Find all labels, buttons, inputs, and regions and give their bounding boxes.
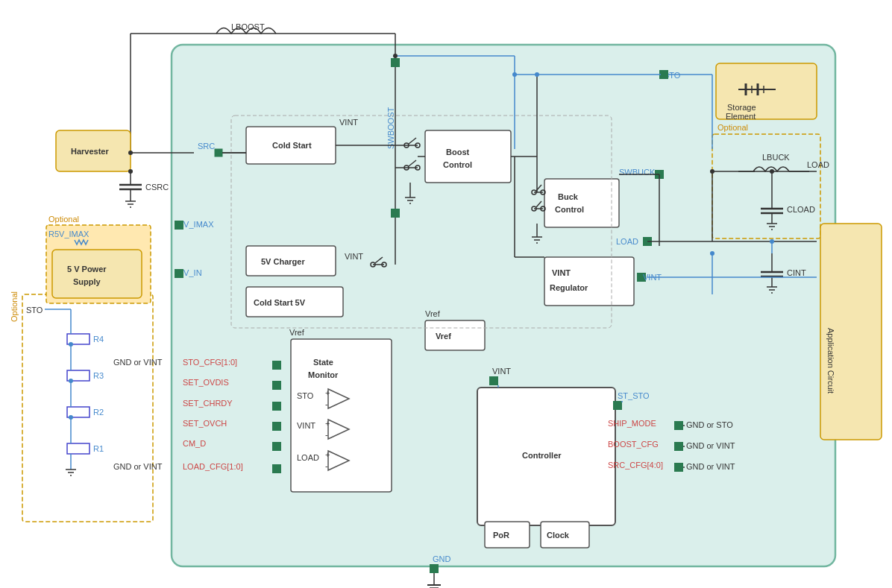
svg-rect-46 [425, 130, 511, 183]
optional-label-left: Optional [10, 291, 19, 322]
5v-imax-label: 5V_IMAX [179, 220, 214, 229]
svg-point-153 [535, 72, 539, 77]
svg-rect-125 [430, 564, 439, 573]
svg-text:+: + [325, 388, 330, 397]
set-ovch-label: SET_OVCH [183, 419, 227, 428]
svg-point-162 [710, 251, 714, 256]
svg-rect-134 [272, 361, 281, 370]
svg-rect-138 [272, 442, 281, 451]
clock-label: Clock [547, 531, 570, 540]
cold-start-label: Cold Start [272, 141, 312, 150]
gnd-or-vint-left-1: GND or VINT [113, 358, 163, 367]
buck-control-label: Buck [558, 192, 579, 201]
vint-label-charger: VINT [345, 252, 363, 261]
svg-point-149 [512, 72, 517, 77]
harvester-label: Harvester [71, 147, 109, 156]
gnd-bottom-label: GND [433, 554, 451, 563]
svg-text:+: + [325, 419, 330, 428]
vref-label-sm: Vref [289, 328, 305, 337]
svg-rect-135 [272, 381, 281, 390]
state-monitor-label: State [313, 358, 333, 367]
svg-text:Control: Control [555, 205, 584, 214]
svg-rect-106 [291, 339, 392, 492]
svg-text:Element: Element [726, 112, 756, 121]
application-circuit-label: Application Circuit [826, 328, 835, 393]
svg-rect-132 [674, 442, 683, 451]
svg-text:-: - [325, 399, 328, 408]
sm-load-label: LOAD [297, 453, 319, 462]
r4-label: R4 [93, 335, 104, 344]
diagram-container: LBOOST SWBOOST STO Storage Element Optio… [0, 0, 892, 588]
sto-cfg-label: STO_CFG[1:0] [183, 358, 237, 367]
lboost-label: LBOOST [231, 22, 265, 31]
svg-rect-84 [67, 443, 89, 454]
svg-rect-44 [391, 58, 400, 67]
svg-rect-121 [489, 376, 498, 385]
swboost-label: SWBOOST [386, 107, 395, 149]
boost-control-label: Boost [446, 148, 470, 157]
cm-d-label: CM_D [183, 439, 206, 448]
por-label: PoR [493, 531, 509, 540]
svg-rect-137 [272, 422, 281, 431]
svg-rect-139 [272, 464, 281, 473]
svg-rect-96 [52, 250, 142, 298]
sm-sto-label: STO [297, 391, 314, 400]
svg-point-91 [69, 415, 73, 420]
svg-rect-130 [613, 401, 622, 410]
svg-rect-62 [544, 179, 619, 227]
svg-rect-45 [391, 209, 400, 218]
svg-point-89 [69, 342, 73, 347]
load-label-right: LOAD [807, 160, 829, 169]
sto-label-left: STO [26, 306, 43, 314]
optional-label-top: Optional [717, 123, 748, 132]
5v-charger-label: 5V Charger [261, 257, 305, 266]
set-chrdy-label: SET_CHRDY [183, 399, 233, 408]
cload-label: CLOAD [787, 205, 815, 214]
r3-label: R3 [93, 371, 104, 380]
gnd-or-sto-label: GND or STO [686, 420, 733, 429]
svg-text:Supply: Supply [73, 277, 101, 286]
svg-rect-118 [544, 257, 634, 306]
svg-rect-98 [175, 221, 183, 230]
svg-text:Regulator: Regulator [550, 283, 588, 292]
svg-text:-: - [325, 461, 328, 470]
vint-label-ctrl: VINT [492, 367, 511, 376]
vref-top-label: Vref [425, 309, 441, 318]
gnd-or-vint-left-2: GND or VINT [113, 462, 163, 471]
svg-point-38 [128, 151, 133, 155]
set-ovdis-label: SET_OVDIS [183, 378, 229, 387]
svg-point-150 [393, 54, 398, 58]
load-label-mid: LOAD [616, 237, 638, 246]
gnd-or-vint-1-label: GND or VINT [686, 441, 735, 450]
gnd-or-vint-2-label: GND or VINT [686, 462, 735, 471]
svg-text:Control: Control [443, 160, 472, 169]
vint-label-cs: VINT [339, 118, 358, 127]
svg-rect-133 [674, 463, 683, 472]
svg-text:Monitor: Monitor [308, 370, 339, 379]
r1-label: R1 [93, 444, 104, 453]
cint-label: CINT [787, 268, 806, 277]
ship-mode-label: SHIP_MODE [608, 419, 656, 428]
boost-cfg-label: BOOST_CFG [608, 440, 659, 449]
optional-5v-label: Optional [48, 215, 79, 224]
svg-rect-99 [175, 269, 183, 278]
svg-rect-131 [674, 421, 683, 430]
sm-vint-label: VINT [297, 421, 315, 430]
swbuck-label: SWBUCK [619, 168, 656, 177]
src-label: SRC [198, 142, 215, 151]
svg-rect-42 [215, 149, 222, 157]
csrc-label: CSRC [145, 183, 169, 192]
st-sto-label: ST_STO [618, 391, 650, 400]
load-cfg-label: LOAD_CFG[1:0] [183, 462, 243, 471]
r5v-imax-label: R5V_IMAX [48, 230, 89, 238]
svg-point-168 [770, 169, 774, 174]
svg-text:-: - [325, 430, 328, 439]
5v-supply-label: 5 V Power [67, 265, 107, 274]
svg-point-39 [128, 169, 133, 174]
cold-start-5v-label: Cold Start 5V [254, 298, 306, 307]
svg-rect-117 [425, 320, 485, 350]
src-cfg-label: SRC_CFG[4:0] [608, 461, 663, 470]
svg-point-90 [69, 379, 73, 383]
controller-label: Controller [522, 451, 562, 460]
svg-text:+: + [325, 450, 330, 459]
